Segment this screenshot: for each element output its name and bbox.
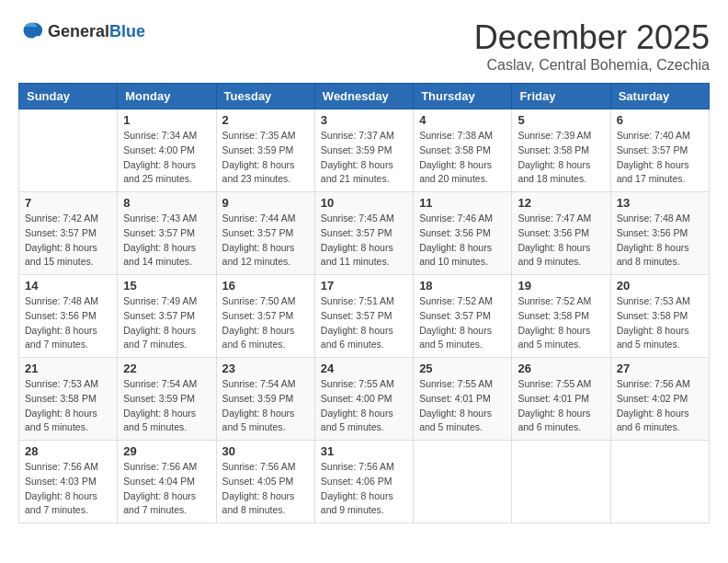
day-info: Sunrise: 7:49 AM Sunset: 3:57 PM Dayligh… bbox=[123, 294, 210, 352]
week-row-3: 14 Sunrise: 7:48 AM Sunset: 3:56 PM Dayl… bbox=[19, 275, 710, 358]
day-cell-1-0: 7 Sunrise: 7:42 AM Sunset: 3:57 PM Dayli… bbox=[19, 192, 118, 275]
daylight: Daylight: 8 hours and 8 minutes. bbox=[617, 242, 689, 268]
day-cell-4-4 bbox=[414, 441, 512, 523]
daylight: Daylight: 8 hours and 6 minutes. bbox=[617, 408, 689, 433]
daylight: Daylight: 8 hours and 7 minutes. bbox=[25, 490, 97, 516]
sunrise: Sunrise: 7:54 AM bbox=[222, 378, 296, 389]
sunrise: Sunrise: 7:56 AM bbox=[222, 461, 296, 472]
daylight: Daylight: 8 hours and 10 minutes. bbox=[419, 242, 492, 268]
day-number: 17 bbox=[321, 279, 407, 293]
logo-text-general: General bbox=[48, 22, 109, 40]
sunrise: Sunrise: 7:47 AM bbox=[518, 213, 591, 224]
sunset: Sunset: 3:57 PM bbox=[419, 310, 491, 321]
day-info: Sunrise: 7:34 AM Sunset: 4:00 PM Dayligh… bbox=[123, 129, 210, 187]
daylight: Daylight: 8 hours and 6 minutes. bbox=[321, 325, 393, 350]
sunrise: Sunrise: 7:40 AM bbox=[617, 130, 690, 141]
day-info: Sunrise: 7:35 AM Sunset: 3:59 PM Dayligh… bbox=[222, 129, 309, 187]
calendar-table: Sunday Monday Tuesday Wednesday Thursday… bbox=[18, 83, 710, 523]
day-number: 18 bbox=[419, 279, 506, 293]
day-info: Sunrise: 7:56 AM Sunset: 4:05 PM Dayligh… bbox=[222, 460, 309, 518]
day-info: Sunrise: 7:53 AM Sunset: 3:58 PM Dayligh… bbox=[617, 294, 703, 352]
header-saturday: Saturday bbox=[610, 84, 709, 109]
day-number: 16 bbox=[222, 279, 309, 293]
header-thursday: Thursday bbox=[414, 84, 512, 109]
day-cell-0-5: 5 Sunrise: 7:39 AM Sunset: 3:58 PM Dayli… bbox=[512, 109, 610, 192]
day-info: Sunrise: 7:56 AM Sunset: 4:06 PM Dayligh… bbox=[321, 460, 407, 518]
day-number: 13 bbox=[617, 196, 703, 210]
sunrise: Sunrise: 7:56 AM bbox=[25, 461, 98, 472]
daylight: Daylight: 8 hours and 6 minutes. bbox=[222, 325, 295, 350]
week-row-2: 7 Sunrise: 7:42 AM Sunset: 3:57 PM Dayli… bbox=[19, 192, 710, 275]
sunset: Sunset: 4:00 PM bbox=[321, 393, 392, 404]
day-number: 4 bbox=[419, 113, 506, 127]
sunrise: Sunrise: 7:53 AM bbox=[25, 378, 98, 389]
day-cell-2-0: 14 Sunrise: 7:48 AM Sunset: 3:56 PM Dayl… bbox=[19, 275, 118, 358]
day-cell-1-6: 13 Sunrise: 7:48 AM Sunset: 3:56 PM Dayl… bbox=[610, 192, 709, 275]
logo: GeneralBlue bbox=[18, 18, 145, 44]
header-monday: Monday bbox=[118, 84, 216, 109]
sunset: Sunset: 3:59 PM bbox=[222, 144, 294, 155]
day-cell-2-1: 15 Sunrise: 7:49 AM Sunset: 3:57 PM Dayl… bbox=[118, 275, 216, 358]
week-row-4: 21 Sunrise: 7:53 AM Sunset: 3:58 PM Dayl… bbox=[19, 358, 710, 441]
day-number: 28 bbox=[25, 444, 111, 458]
day-number: 14 bbox=[25, 279, 111, 293]
weekday-header-row: Sunday Monday Tuesday Wednesday Thursday… bbox=[19, 84, 710, 109]
daylight: Daylight: 8 hours and 7 minutes. bbox=[25, 325, 97, 350]
day-number: 15 bbox=[123, 279, 210, 293]
day-number: 29 bbox=[123, 444, 210, 458]
sunset: Sunset: 4:06 PM bbox=[321, 476, 392, 487]
day-info: Sunrise: 7:56 AM Sunset: 4:04 PM Dayligh… bbox=[123, 460, 210, 518]
sunrise: Sunrise: 7:45 AM bbox=[321, 213, 394, 224]
daylight: Daylight: 8 hours and 25 minutes. bbox=[123, 159, 196, 185]
day-cell-2-3: 17 Sunrise: 7:51 AM Sunset: 3:57 PM Dayl… bbox=[314, 275, 413, 358]
sunrise: Sunrise: 7:48 AM bbox=[25, 295, 98, 306]
sunrise: Sunrise: 7:43 AM bbox=[123, 213, 197, 224]
header-wednesday: Wednesday bbox=[314, 84, 413, 109]
daylight: Daylight: 8 hours and 11 minutes. bbox=[321, 242, 393, 268]
sunset: Sunset: 3:57 PM bbox=[617, 144, 688, 155]
day-cell-0-1: 1 Sunrise: 7:34 AM Sunset: 4:00 PM Dayli… bbox=[118, 109, 216, 192]
sunset: Sunset: 3:59 PM bbox=[222, 393, 294, 404]
day-info: Sunrise: 7:51 AM Sunset: 3:57 PM Dayligh… bbox=[321, 294, 407, 352]
sunrise: Sunrise: 7:52 AM bbox=[419, 295, 493, 306]
sunrise: Sunrise: 7:56 AM bbox=[617, 378, 690, 389]
day-cell-4-0: 28 Sunrise: 7:56 AM Sunset: 4:03 PM Dayl… bbox=[19, 441, 118, 523]
day-cell-1-5: 12 Sunrise: 7:47 AM Sunset: 3:56 PM Dayl… bbox=[512, 192, 610, 275]
daylight: Daylight: 8 hours and 5 minutes. bbox=[25, 408, 97, 433]
logo-text-blue: Blue bbox=[109, 22, 145, 40]
day-number: 23 bbox=[222, 362, 309, 375]
daylight: Daylight: 8 hours and 8 minutes. bbox=[222, 490, 295, 516]
day-cell-4-6 bbox=[610, 441, 709, 523]
sunset: Sunset: 3:58 PM bbox=[518, 144, 589, 155]
day-info: Sunrise: 7:52 AM Sunset: 3:58 PM Dayligh… bbox=[518, 294, 604, 352]
daylight: Daylight: 8 hours and 15 minutes. bbox=[25, 242, 97, 268]
day-cell-0-4: 4 Sunrise: 7:38 AM Sunset: 3:58 PM Dayli… bbox=[414, 109, 512, 192]
sunset: Sunset: 4:02 PM bbox=[617, 393, 688, 404]
day-cell-4-2: 30 Sunrise: 7:56 AM Sunset: 4:05 PM Dayl… bbox=[216, 441, 314, 523]
day-number: 5 bbox=[518, 113, 604, 127]
sunset: Sunset: 3:57 PM bbox=[25, 227, 97, 238]
day-number: 20 bbox=[617, 279, 703, 293]
day-info: Sunrise: 7:54 AM Sunset: 3:59 PM Dayligh… bbox=[123, 377, 210, 435]
day-number: 6 bbox=[617, 113, 703, 127]
sunset: Sunset: 4:00 PM bbox=[123, 144, 195, 155]
sunrise: Sunrise: 7:34 AM bbox=[123, 130, 197, 141]
sunset: Sunset: 4:01 PM bbox=[518, 393, 589, 404]
title-block: December 2025 Caslav, Central Bohemia, C… bbox=[474, 18, 710, 74]
month-title: December 2025 bbox=[474, 18, 710, 57]
sunrise: Sunrise: 7:50 AM bbox=[222, 295, 296, 306]
daylight: Daylight: 8 hours and 5 minutes. bbox=[518, 325, 590, 350]
sunset: Sunset: 3:57 PM bbox=[222, 227, 294, 238]
daylight: Daylight: 8 hours and 5 minutes. bbox=[617, 325, 689, 350]
sunset: Sunset: 3:58 PM bbox=[25, 393, 97, 404]
daylight: Daylight: 8 hours and 12 minutes. bbox=[222, 242, 295, 268]
day-number: 21 bbox=[25, 362, 111, 375]
sunrise: Sunrise: 7:44 AM bbox=[222, 213, 296, 224]
week-row-1: 1 Sunrise: 7:34 AM Sunset: 4:00 PM Dayli… bbox=[19, 109, 710, 192]
daylight: Daylight: 8 hours and 6 minutes. bbox=[518, 408, 590, 433]
day-cell-1-3: 10 Sunrise: 7:45 AM Sunset: 3:57 PM Dayl… bbox=[314, 192, 413, 275]
daylight: Daylight: 8 hours and 18 minutes. bbox=[518, 159, 590, 185]
sunset: Sunset: 3:57 PM bbox=[222, 310, 294, 321]
day-number: 22 bbox=[123, 362, 210, 375]
daylight: Daylight: 8 hours and 5 minutes. bbox=[419, 325, 492, 350]
